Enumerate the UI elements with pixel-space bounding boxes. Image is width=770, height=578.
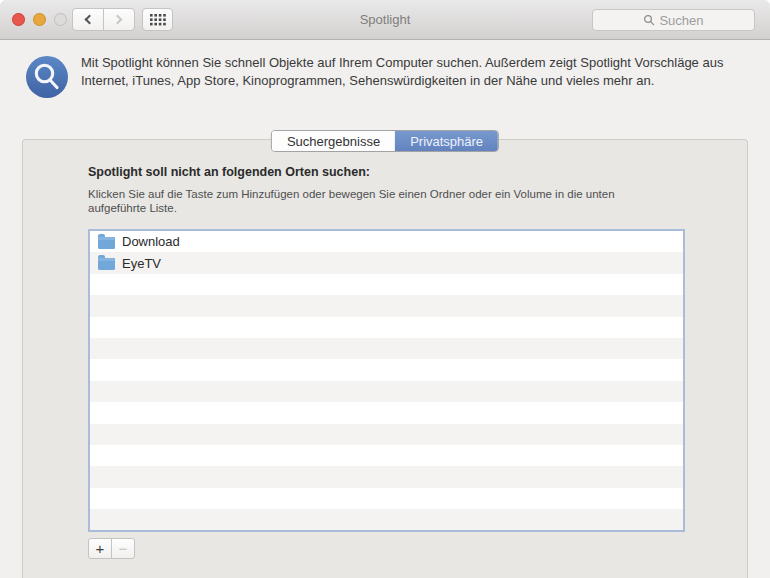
list-row (90, 359, 683, 380)
intro-section: Mit Spotlight können Sie schnell Objekte… (0, 40, 770, 98)
search-icon (643, 14, 655, 26)
show-all-button[interactable] (142, 8, 173, 31)
traffic-lights (12, 13, 67, 26)
minimize-button[interactable] (33, 13, 46, 26)
spotlight-preferences-window: Spotlight Suchen Mit Spotlight können Si… (0, 0, 770, 578)
list-row[interactable]: EyeTV (90, 252, 683, 273)
folder-icon (98, 237, 115, 249)
list-row[interactable]: Download (90, 231, 683, 252)
forward-button (103, 8, 135, 31)
list-row (90, 402, 683, 423)
list-row (90, 381, 683, 402)
folder-icon (98, 258, 115, 270)
tab-bar: Suchergebnisse Privatsphäre (271, 130, 499, 152)
search-placeholder: Suchen (659, 13, 703, 28)
list-item-label: EyeTV (122, 256, 161, 271)
close-button[interactable] (12, 13, 25, 26)
list-row (90, 295, 683, 316)
spotlight-icon (26, 56, 68, 98)
nav-buttons (72, 8, 135, 31)
remove-location-button: − (111, 538, 135, 559)
privacy-list[interactable]: DownloadEyeTV (88, 229, 685, 532)
tab-suchergebnisse[interactable]: Suchergebnisse (272, 131, 395, 151)
tab-privatsphaere[interactable]: Privatsphäre (395, 131, 498, 151)
privacy-panel: Spotlight soll nicht an folgenden Orten … (22, 139, 748, 578)
fullscreen-button (54, 13, 67, 26)
list-row (90, 424, 683, 445)
titlebar: Spotlight Suchen (0, 0, 770, 40)
back-button[interactable] (72, 8, 104, 31)
show-all-grid-icon (150, 14, 166, 26)
list-row (90, 445, 683, 466)
list-row (90, 488, 683, 509)
add-location-button[interactable]: + (88, 538, 112, 559)
search-input[interactable]: Suchen (592, 9, 755, 31)
list-row (90, 509, 683, 530)
list-actions: + − (88, 538, 135, 559)
list-item-label: Download (122, 234, 180, 249)
privacy-heading: Spotlight soll nicht an folgenden Orten … (88, 165, 370, 179)
list-row (90, 338, 683, 359)
list-row (90, 466, 683, 487)
chevron-left-icon (85, 15, 95, 25)
list-row (90, 274, 683, 295)
list-row (90, 317, 683, 338)
privacy-description: Klicken Sie auf die Taste zum Hinzufügen… (88, 187, 648, 215)
chevron-right-icon (113, 15, 123, 25)
intro-text: Mit Spotlight können Sie schnell Objekte… (81, 54, 746, 98)
